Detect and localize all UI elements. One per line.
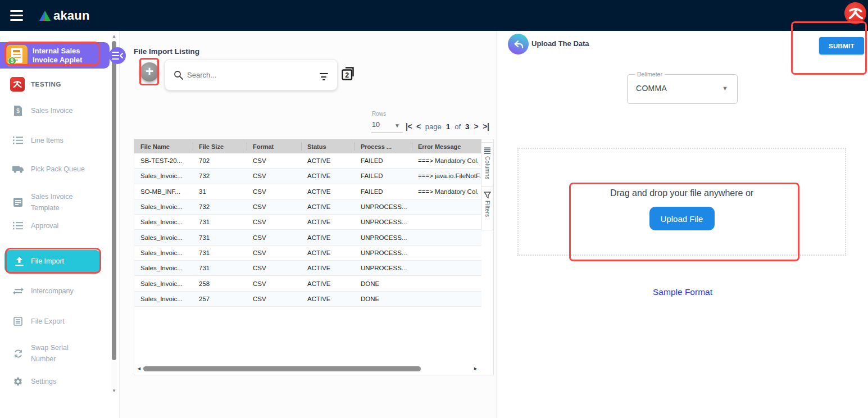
table-cell: ===> java.io.FileNotF. (412, 169, 481, 183)
rows-per-page-select[interactable]: 10 (372, 121, 380, 129)
search-box[interactable] (165, 59, 338, 90)
prev-page-button[interactable]: < (416, 122, 421, 131)
dropzone[interactable]: Drag and drop your file anywhere or Uplo… (517, 148, 846, 256)
table-cell: ACTIVE (301, 169, 355, 183)
scrollbar-thumb[interactable] (112, 41, 116, 360)
table-row[interactable]: Sales_Invoic...731CSVACTIVEUNPROCESS... (134, 261, 481, 276)
filter-icon[interactable] (319, 73, 328, 80)
sidebar-item-label: Intercompany (31, 285, 74, 297)
table-cell (412, 199, 481, 214)
table-cell: DONE (355, 292, 412, 306)
table-cell: CSV (247, 215, 301, 229)
column-header[interactable]: Error Message (412, 139, 481, 153)
hscroll-thumb[interactable] (143, 366, 421, 371)
delimiter-select[interactable]: Delimeter COMMA ▼ (627, 74, 738, 104)
menu-icon[interactable] (10, 10, 23, 21)
columns-tab[interactable]: Columns (481, 142, 493, 187)
sidebar-item-pick-pack-queue[interactable]: Pick Pack Queue (0, 161, 110, 177)
table-row[interactable]: Sales_Invoic...731CSVACTIVEUNPROCESS... (134, 246, 481, 261)
table-cell: CSV (247, 230, 301, 244)
current-page: 1 (446, 122, 451, 131)
table-row[interactable]: Sales_Invoic...731CSVACTIVEUNPROCESS... (134, 215, 481, 230)
table-cell (412, 276, 481, 290)
first-page-button[interactable]: |< (406, 122, 412, 131)
rows-caret-icon[interactable]: ▼ (394, 122, 400, 129)
column-header[interactable]: Process ... (355, 139, 412, 153)
table-cell: Sales_Invoic... (134, 215, 193, 229)
akaun-red-logo-icon[interactable] (844, 2, 866, 24)
pagination: |< < page 1 of 3 > >| (406, 122, 489, 131)
sidebar-item-line-items[interactable]: Line Items (0, 133, 110, 148)
column-header[interactable]: File Size (193, 139, 247, 153)
sidebar-item-approval[interactable]: Approval (0, 218, 110, 234)
table-cell: UNPROCESS... (355, 261, 412, 275)
sidebar-item-testing[interactable]: TESTING (0, 76, 110, 92)
sidebar-item-label: TESTING (31, 79, 61, 90)
table-cell: ACTIVE (301, 246, 355, 260)
sidebar-item-sales-invoice-template[interactable]: Sales InvoiceTemplate (0, 190, 110, 215)
table-row[interactable]: SB-TEST-20...702CSVACTIVEFAILED===> Mand… (134, 153, 481, 169)
table-cell: Sales_Invoic... (134, 292, 193, 306)
table-cell: 731 (193, 261, 247, 275)
table-cell: SB-TEST-20... (134, 153, 193, 168)
sidebar-item-sales-invoice[interactable]: $ Sales Invoice (0, 103, 110, 119)
columns-tab-label: Columns (484, 156, 490, 180)
column-header[interactable]: Status (301, 139, 355, 153)
duplicate-view-icon[interactable]: 2 (341, 66, 356, 80)
next-page-button[interactable]: > (474, 122, 479, 131)
applet-header[interactable]: $ Internal Sales Invoice Applet (0, 42, 110, 69)
dropzone-text: Drag and drop your file anywhere or (610, 188, 753, 198)
invoice-applet-icon: $ (6, 45, 28, 66)
table-row[interactable]: Sales_Invoic...732CSVACTIVEUNPROCESS... (134, 199, 481, 215)
table-cell: UNPROCESS... (355, 230, 412, 244)
column-header[interactable]: Format (247, 139, 301, 153)
sidebar-item-label: Swap SerialNumber (31, 342, 69, 365)
submit-button[interactable]: SUBMIT (819, 37, 864, 54)
app-logo-icon (10, 77, 25, 92)
table-cell (412, 292, 481, 306)
table-row[interactable]: SO-MB_INF...31CSVACTIVEFAILED===> Mandat… (134, 184, 481, 199)
search-icon (174, 70, 183, 80)
table-cell: ACTIVE (301, 261, 355, 275)
sidebar-scrollbar[interactable]: ▲ ▼ (111, 33, 117, 394)
scroll-up-icon[interactable]: ▲ (111, 34, 117, 39)
delimiter-caret-icon[interactable]: ▼ (722, 85, 728, 92)
sidebar-item-label: File Export (31, 316, 65, 327)
sidebar-item-settings[interactable]: Settings (0, 374, 110, 389)
back-button[interactable] (508, 34, 529, 54)
table-cell (412, 246, 481, 260)
columns-icon (484, 147, 490, 154)
delimiter-value: COMMA (636, 84, 667, 93)
table-cell (412, 261, 481, 275)
scroll-down-icon[interactable]: ▼ (111, 388, 117, 393)
upload-file-button[interactable]: Upload File (649, 207, 715, 230)
add-button[interactable]: + (140, 62, 159, 81)
table-cell: ACTIVE (301, 292, 355, 306)
table-row[interactable]: Sales_Invoic...732CSVACTIVEFAILED===> ja… (134, 169, 481, 184)
table-cell: UNPROCESS... (355, 246, 412, 260)
collapse-sidebar-icon[interactable] (109, 47, 126, 64)
table-horizontal-scrollbar[interactable]: ◄ ► (135, 366, 479, 372)
list-icon (12, 220, 24, 231)
table-cell: ACTIVE (301, 215, 355, 229)
table-cell: Sales_Invoic... (134, 276, 193, 290)
table-cell: ===> Mandatory Col. (412, 184, 481, 199)
sidebar-item-swap-serial-number[interactable]: Swap SerialNumber (0, 341, 110, 366)
table-cell: CSV (247, 199, 301, 214)
sidebar-item-file-export[interactable]: File Export (0, 313, 110, 329)
table-cell: Sales_Invoic... (134, 230, 193, 244)
sidebar-item-file-import[interactable]: File Import (4, 250, 100, 272)
sample-format-link[interactable]: Sample Format (497, 287, 868, 297)
table-row[interactable]: Sales_Invoic...731CSVACTIVEUNPROCESS... (134, 230, 481, 245)
sidebar-item-intercompany[interactable]: Intercompany (0, 283, 110, 299)
search-input[interactable] (187, 71, 299, 79)
table-cell: ACTIVE (301, 184, 355, 199)
filters-tab[interactable]: Filters (481, 187, 493, 230)
table-row[interactable]: Sales_Invoic...257CSVACTIVEDONE (134, 292, 481, 307)
column-header[interactable]: File Name (134, 139, 193, 153)
scroll-left-icon[interactable]: ◄ (137, 366, 142, 371)
upload-panel: Upload The Data SUBMIT Delimeter COMMA ▼… (496, 31, 868, 418)
table-row[interactable]: Sales_Invoic...258CSVACTIVEDONE (134, 276, 481, 291)
scroll-right-icon[interactable]: ► (473, 366, 478, 371)
last-page-button[interactable]: >| (483, 122, 489, 131)
